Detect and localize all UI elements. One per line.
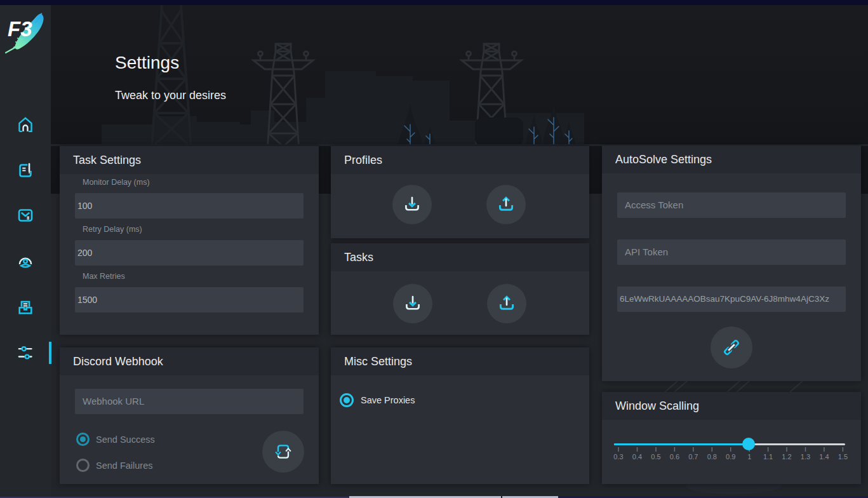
svg-text:0.4: 0.4 xyxy=(632,453,642,461)
svg-text:0.3: 0.3 xyxy=(613,453,623,461)
svg-text:0.8: 0.8 xyxy=(707,453,717,461)
svg-text:1.2: 1.2 xyxy=(782,453,791,461)
svg-text:1.3: 1.3 xyxy=(801,453,810,461)
svg-text:0.9: 0.9 xyxy=(726,453,735,461)
svg-text:0.6: 0.6 xyxy=(670,453,679,461)
svg-text:0.5: 0.5 xyxy=(651,453,660,461)
svg-text:1.4: 1.4 xyxy=(819,453,829,461)
svg-text:1.5: 1.5 xyxy=(838,453,848,461)
svg-text:0.7: 0.7 xyxy=(688,453,698,461)
svg-text:1.1: 1.1 xyxy=(763,453,773,461)
svg-text:1: 1 xyxy=(747,453,751,461)
svg-text:F3: F3 xyxy=(8,17,32,41)
